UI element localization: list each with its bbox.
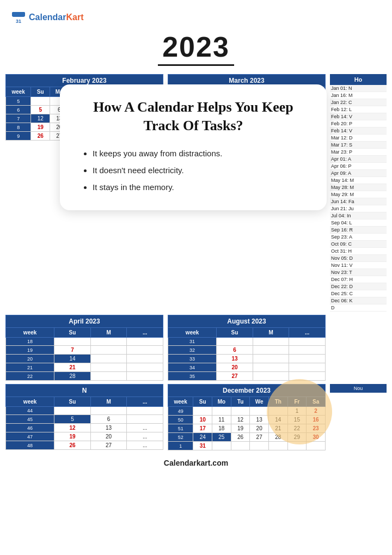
holiday-item: Feb 14: V [330, 127, 387, 135]
holiday-item: Sep 16: R [330, 227, 387, 234]
logo-icon: 31 [11, 10, 26, 25]
holiday-item: Mar 17: S [330, 142, 387, 149]
row2-calendars: April 2023 week Su M ... 18 19 7 [0, 315, 392, 381]
year-underline [158, 64, 234, 66]
row3-calendars: N week Su M ... 44 45 5 6 [0, 384, 392, 450]
popup-title: How A Calendar Helps You Keep Track Of T… [76, 98, 310, 135]
holiday-item: Jan 01: N [330, 85, 387, 92]
holiday-item: May 28: M [330, 184, 387, 191]
list-item: It keeps you away from distractions. [93, 146, 310, 161]
holiday-item: D [330, 304, 387, 312]
holiday-item: Feb 20: P [330, 120, 387, 127]
logo-text: CalendarKart [29, 13, 83, 22]
popup-list: It keeps you away from distractions. It … [76, 146, 310, 194]
decorative-circle [267, 379, 332, 444]
list-item: It doesn't need electricity. [93, 163, 310, 178]
holiday-item: Jul 04: In [330, 212, 387, 219]
holiday-item: May 29: M [330, 191, 387, 198]
holiday-item: Apr 06: P [330, 163, 387, 170]
holiday-item: Apr 01: A [330, 156, 387, 163]
holiday-item: Dec 07: H [330, 276, 387, 283]
table-row: 33 13 [168, 355, 326, 363]
holiday-item: Mar 23: P [330, 149, 387, 156]
table-row: 48 26 27 ... [6, 441, 163, 450]
popup-card: How A Calendar Helps You Keep Track Of T… [60, 84, 327, 210]
table-row: 46 12 13 ... [6, 424, 163, 432]
svg-rect-6 [12, 12, 25, 17]
nov-header: N [6, 385, 163, 397]
aug-header: August 2023 [168, 315, 326, 328]
holiday-item: Oct 09: C [330, 241, 387, 248]
holiday-item: Jun 14: Fa [330, 198, 387, 205]
holiday-item: Sep 23: A [330, 234, 387, 241]
table-row: 20 14 [6, 355, 163, 363]
table-row: 31 [168, 338, 326, 346]
table-row: 19 7 [6, 346, 163, 355]
holiday-item: Feb 12: L [330, 106, 387, 113]
footer-text: Calendarkart.com [164, 459, 228, 467]
holiday-item: Nov 05: D [330, 255, 387, 262]
header: 31 CalendarKart [0, 0, 392, 28]
holiday-item: Nov 23: T [330, 269, 387, 276]
table-row: 32 6 [168, 346, 326, 355]
holiday-item: Nov 11: V [330, 262, 387, 269]
holiday-item: Mar 12: D [330, 135, 387, 142]
holiday-item: Sep 04: L [330, 219, 387, 227]
table-row: 22 28 [6, 372, 163, 381]
holiday-item: Dec 06: K [330, 297, 387, 304]
table-row: 45 5 6 [6, 415, 163, 424]
svg-text:31: 31 [16, 19, 21, 24]
august-calendar: August 2023 week Su M ... 31 32 6 [168, 315, 326, 381]
holidays-column: Ho Jan 01: N Jan 16: M Jan 22: C Feb 12:… [330, 74, 387, 312]
table-row: 18 [6, 338, 163, 346]
year-title: 2023 [0, 31, 392, 63]
holiday-item: Jun 21: Ju [330, 205, 387, 212]
april-calendar: April 2023 week Su M ... 18 19 7 [5, 315, 163, 381]
table-row: 34 20 [168, 363, 326, 372]
holiday-item: Dec 22: D [330, 283, 387, 290]
footer: Calendarkart.com [0, 453, 392, 472]
table-row: 21 21 [6, 363, 163, 372]
november-calendar: N week Su M ... 44 45 5 6 [5, 384, 163, 450]
apr-header: April 2023 [6, 315, 163, 328]
holiday-item: Feb 14: V [330, 113, 387, 120]
holidays-header: Ho [330, 74, 387, 85]
logo: 31 CalendarKart [11, 10, 83, 25]
holiday-item: Apr 09: A [330, 170, 387, 177]
holiday-item: May 14: M [330, 177, 387, 184]
holiday-item: Dec 25: C [330, 290, 387, 297]
table-row: 47 19 20 ... [6, 432, 163, 441]
holiday-item: Jan 16: M [330, 92, 387, 99]
list-item: It stays in the memory. [93, 180, 310, 194]
holiday-item: Jan 22: C [330, 99, 387, 106]
table-row: 44 [6, 407, 163, 415]
holiday-item: Oct 31: H [330, 248, 387, 255]
